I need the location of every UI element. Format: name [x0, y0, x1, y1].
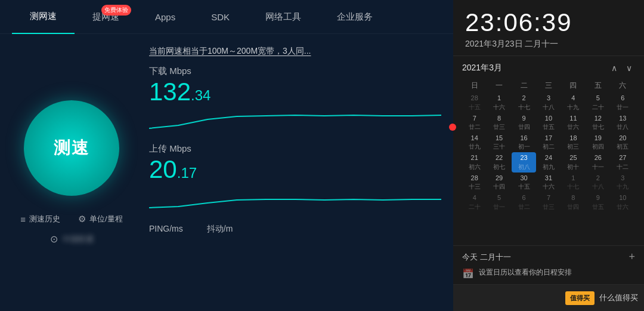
- cal-day[interactable]: 3十八: [536, 93, 561, 112]
- cal-weekday-日: 日: [462, 79, 487, 93]
- cal-day[interactable]: 13廿八: [611, 113, 635, 133]
- cal-day[interactable]: 24初九: [536, 152, 561, 172]
- cal-weekday-六: 六: [611, 79, 635, 93]
- isp-row: ⊙ 中国联通: [50, 233, 94, 245]
- cal-day[interactable]: 6廿二: [512, 192, 536, 212]
- settings-icon: ⚙: [78, 214, 86, 224]
- cal-day[interactable]: 2十七: [512, 93, 536, 112]
- cal-day[interactable]: 25初十: [561, 152, 586, 172]
- cal-day[interactable]: 9廿四: [512, 113, 536, 133]
- nav-item-网络工具[interactable]: 网络工具: [247, 0, 319, 34]
- cal-day[interactable]: 22初七: [487, 152, 511, 172]
- download-row: 下载 Mbps 132.34: [149, 66, 441, 131]
- isp-name: 中国联通: [63, 234, 94, 245]
- cal-day[interactable]: 8廿三: [487, 113, 511, 133]
- cal-day[interactable]: 26十一: [586, 152, 610, 172]
- schedule-title: 今天 二月十一: [462, 252, 511, 263]
- clock-section: 23:06:39 2021年3月23日 二月十一: [453, 0, 644, 56]
- speed-circle-area: 测速 ≡ 测速历史 ⚙ 单位/量程 ⊙ 中国联通: [0, 40, 143, 305]
- schedule-header: 今天 二月十一 +: [462, 251, 635, 263]
- nav-bar: 测网速提网速免费体验AppsSDK网络工具企业服务: [0, 0, 453, 34]
- cal-day[interactable]: 5廿一: [487, 192, 511, 212]
- cal-day[interactable]: 12廿七: [586, 113, 610, 133]
- upload-value: 20.17: [149, 157, 441, 182]
- cal-weekday-二: 二: [512, 79, 536, 93]
- cal-day[interactable]: 27十二: [611, 152, 635, 172]
- calendar-nav: ∧ ∨: [608, 62, 635, 74]
- cal-day[interactable]: 11廿六: [561, 113, 586, 133]
- cal-weekday-五: 五: [586, 79, 610, 93]
- cal-day[interactable]: 1十七: [561, 173, 586, 192]
- schedule-empty-text: 设置日历以查看你的日程安排: [479, 267, 572, 278]
- cal-day[interactable]: 21初六: [462, 152, 487, 172]
- cal-day[interactable]: 10廿六: [611, 192, 635, 212]
- cal-day[interactable]: 2十八: [586, 173, 610, 192]
- calendar-icon: 📅: [462, 268, 474, 279]
- add-schedule-button[interactable]: +: [628, 251, 635, 263]
- download-graph: [149, 107, 441, 131]
- cal-day[interactable]: 15三十: [487, 133, 511, 152]
- bottom-controls: ≡ 测速历史 ⚙ 单位/量程: [20, 214, 122, 224]
- cal-day[interactable]: 23初八: [512, 152, 536, 172]
- ping-label: PING/ms: [149, 224, 183, 235]
- download-label: 下载 Mbps: [149, 66, 441, 77]
- cal-day[interactable]: 31十六: [536, 173, 561, 192]
- clock-time: 23:06:39: [465, 9, 632, 36]
- speed-test-button[interactable]: 测速: [24, 100, 119, 196]
- cal-day[interactable]: 9廿五: [586, 192, 610, 212]
- history-icon: ≡: [20, 214, 26, 224]
- nav-item-SDK[interactable]: SDK: [193, 0, 247, 34]
- schedule-item: 📅 设置日历以查看你的日程安排: [462, 267, 635, 279]
- bottom-stats-row: PING/ms 抖动/m: [149, 224, 441, 235]
- nav-item-Apps[interactable]: Apps: [137, 0, 193, 34]
- left-panel: 测网速提网速免费体验AppsSDK网络工具企业服务 测速 ≡ 测速历史 ⚙ 单位…: [0, 0, 453, 311]
- cal-day[interactable]: 18初三: [561, 133, 586, 152]
- nav-item-提网速[interactable]: 提网速免费体验: [75, 0, 137, 34]
- schedule-section: 今天 二月十一 + 📅 设置日历以查看你的日程安排: [453, 245, 644, 284]
- calendar-grid: 日一二三四五六 28十五1十六2十七3十八4十九5二十6廿一7廿二8廿三9廿四1…: [462, 79, 635, 212]
- cal-day[interactable]: 1十六: [487, 93, 511, 112]
- cal-day[interactable]: 30十五: [512, 173, 536, 192]
- cal-day[interactable]: 5二十: [586, 93, 610, 112]
- unit-label: 单位/量程: [89, 214, 123, 224]
- ad-text: 什么值得买: [599, 292, 638, 303]
- cal-day[interactable]: 17初二: [536, 133, 561, 152]
- cal-weekday-四: 四: [561, 79, 586, 93]
- cal-day[interactable]: 28十五: [462, 93, 487, 112]
- jitter-label: 抖动/m: [207, 224, 233, 235]
- calendar-section: 2021年3月 ∧ ∨ 日一二三四五六 28十五1十六2十七3十八4十九5二十6…: [453, 56, 644, 245]
- cal-day[interactable]: 10廿五: [536, 113, 561, 133]
- history-button[interactable]: ≡ 测速历史: [20, 214, 60, 224]
- right-panel: 23:06:39 2021年3月23日 二月十一 2021年3月 ∧ ∨ 日一二…: [453, 0, 644, 311]
- cal-day[interactable]: 8廿四: [561, 192, 586, 212]
- nav-item-测网速[interactable]: 测网速: [12, 0, 75, 34]
- cal-day[interactable]: 20初五: [611, 133, 635, 152]
- upload-label: 上传 Mbps: [149, 143, 441, 155]
- red-dot: [449, 124, 456, 131]
- cal-day[interactable]: 7廿三: [536, 192, 561, 212]
- upload-row: 上传 Mbps 20.17: [149, 143, 441, 209]
- cal-day[interactable]: 4十九: [561, 93, 586, 112]
- upload-graph: [149, 185, 441, 209]
- cal-day[interactable]: 6廿一: [611, 93, 635, 112]
- cal-day[interactable]: 4二十: [462, 192, 487, 212]
- cal-day[interactable]: 14廿九: [462, 133, 487, 152]
- cal-weekday-三: 三: [536, 79, 561, 93]
- cal-day[interactable]: 3十九: [611, 173, 635, 192]
- cal-day[interactable]: 19初四: [586, 133, 610, 152]
- calendar-header: 2021年3月 ∧ ∨: [462, 62, 635, 74]
- cal-day[interactable]: 16初一: [512, 133, 536, 152]
- nav-item-企业服务[interactable]: 企业服务: [319, 0, 391, 34]
- location-icon: ⊙: [50, 233, 58, 245]
- speed-stats-area: 当前网速相当于100M～200M宽带，3人同... 下载 Mbps 132.34…: [143, 40, 453, 305]
- cal-day[interactable]: 29十四: [487, 173, 511, 192]
- ad-bar: 值得买 什么值得买: [453, 284, 644, 311]
- cal-weekday-一: 一: [487, 79, 511, 93]
- prev-month-button[interactable]: ∧: [608, 62, 620, 74]
- cal-day[interactable]: 28十三: [462, 173, 487, 192]
- cal-day[interactable]: 7廿二: [462, 113, 487, 133]
- speed-circle-label: 测速: [54, 137, 89, 159]
- unit-button[interactable]: ⚙ 单位/量程: [78, 214, 123, 224]
- next-month-button[interactable]: ∨: [623, 62, 635, 74]
- ad-badge[interactable]: 值得买: [565, 291, 595, 305]
